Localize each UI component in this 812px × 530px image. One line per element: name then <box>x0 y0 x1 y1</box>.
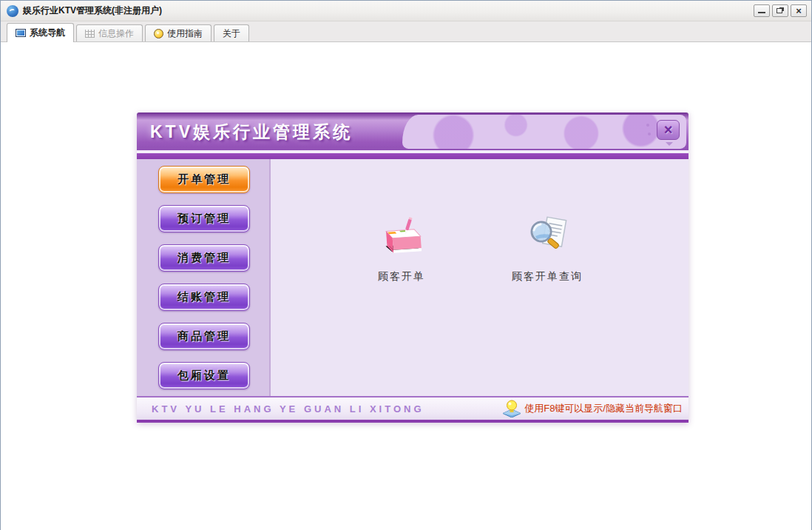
footer-pinyin-text: KTV YU LE HANG YE GUAN LI XITONG <box>152 403 424 415</box>
grid-icon <box>85 30 95 38</box>
restore-button[interactable] <box>772 4 788 17</box>
shortcut-label: 顾客开单查询 <box>492 270 603 284</box>
decoration-dot <box>648 132 651 135</box>
footer-hint-text: 使用F8键可以显示/隐藏当前导航窗口 <box>524 402 683 415</box>
sidebar-button-consumption-management[interactable]: 消费管理 <box>158 244 250 272</box>
dialog-sidebar: 开单管理 预订管理 消费管理 结账管理 商品管理 包厢设置 <box>137 159 271 396</box>
dialog-body: 开单管理 预订管理 消费管理 结账管理 商品管理 包厢设置 <box>137 159 688 396</box>
restore-icon <box>777 8 782 13</box>
app-window: 娱乐行业KTV管理系统(非注册用户) × 系统导航 信息操作 使用指南 关于 K… <box>0 0 812 530</box>
order-pad-icon <box>381 215 422 257</box>
tab-about[interactable]: 关于 <box>214 24 249 41</box>
tab-label: 系统导航 <box>30 27 65 39</box>
close-icon: × <box>791 5 806 16</box>
navigation-dialog: KTV娱乐行业管理系统 × 开单管理 预订管理 消费管理 结账管理 商品管理 包 <box>137 113 688 423</box>
app-logo-icon <box>7 5 18 17</box>
monitor-icon <box>16 29 26 37</box>
tab-label: 关于 <box>223 27 240 40</box>
minimize-button[interactable] <box>754 4 770 17</box>
sidebar-button-room-settings[interactable]: 包厢设置 <box>158 362 250 389</box>
shortcut-customer-order-query[interactable]: 顾客开单查询 <box>492 215 603 284</box>
dialog-close-button[interactable]: × <box>657 120 680 140</box>
dialog-footer: KTV YU LE HANG YE GUAN LI XITONG 使用F8键可以… <box>137 398 688 420</box>
tab-label: 使用指南 <box>167 27 203 40</box>
help-coin-icon <box>154 29 163 38</box>
sidebar-button-reservation-management[interactable]: 预订管理 <box>158 205 250 232</box>
sidebar-button-billing-management[interactable]: 开单管理 <box>158 166 250 193</box>
decoration-dot <box>646 124 649 127</box>
minimize-icon <box>758 12 765 13</box>
tab-usage-guide[interactable]: 使用指南 <box>145 24 212 41</box>
close-window-button[interactable]: × <box>791 4 807 17</box>
search-document-icon <box>527 215 568 257</box>
sidebar-button-checkout-management[interactable]: 结账管理 <box>158 284 250 311</box>
dialog-title: KTV娱乐行业管理系统 <box>150 120 353 143</box>
header-divider-strip <box>137 153 688 159</box>
tabbar: 系统导航 信息操作 使用指南 关于 <box>1 21 811 42</box>
tab-label: 信息操作 <box>98 27 134 40</box>
tab-information-operations[interactable]: 信息操作 <box>76 24 143 41</box>
shortcut-customer-order[interactable]: 顾客开单 <box>346 215 457 284</box>
titlebar: 娱乐行业KTV管理系统(非注册用户) × <box>1 1 811 21</box>
dialog-header: KTV娱乐行业管理系统 × <box>137 113 688 150</box>
footer-hint: 使用F8键可以显示/隐藏当前导航窗口 <box>502 400 683 417</box>
header-decoration: × <box>402 115 686 149</box>
dialog-content: 顾客开单 <box>271 159 688 396</box>
window-controls: × <box>754 4 807 17</box>
main-area: KTV娱乐行业管理系统 × 开单管理 预订管理 消费管理 结账管理 商品管理 包 <box>1 42 811 530</box>
dialog-bottom-edge <box>137 420 688 423</box>
sidebar-button-product-management[interactable]: 商品管理 <box>158 323 250 350</box>
shortcut-label: 顾客开单 <box>346 270 457 284</box>
lightbulb-icon <box>502 400 521 417</box>
window-title: 娱乐行业KTV管理系统(非注册用户) <box>23 4 162 17</box>
chevron-down-icon <box>666 142 673 147</box>
tab-system-navigation[interactable]: 系统导航 <box>7 23 74 42</box>
